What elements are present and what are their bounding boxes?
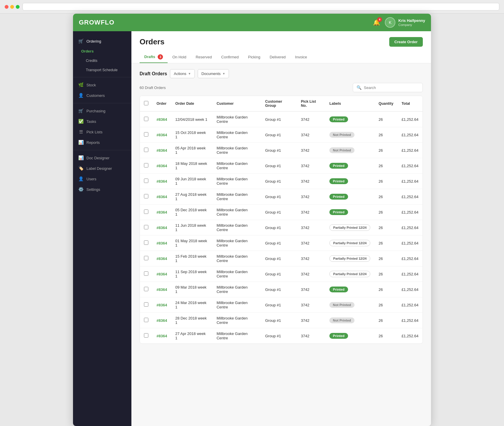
row-checkbox-4[interactable]: [144, 179, 148, 183]
notification-badge: 8: [377, 17, 382, 22]
sidebar-item-stock[interactable]: 🌿 Stock: [73, 80, 131, 90]
sidebar-item-tasks[interactable]: ✅ Tasks: [73, 116, 131, 127]
order-link-8[interactable]: #8364: [157, 241, 167, 245]
order-link-4[interactable]: #8364: [157, 179, 167, 184]
avatar: K: [385, 17, 395, 28]
user-info[interactable]: K Kris Halfpenny Company: [385, 17, 425, 28]
table-row: #8364 15 Feb 2018 week 1 Millbrooke Gard…: [140, 251, 423, 266]
row-checkbox-cell: [140, 174, 152, 189]
row-group: Group #1: [261, 205, 297, 220]
sidebar-item-label-tasks: Tasks: [86, 119, 96, 124]
row-label: Not Printed: [325, 297, 374, 313]
row-total: £1,252.64: [397, 266, 423, 282]
sidebar-item-reports[interactable]: 📊 Reports: [73, 137, 131, 148]
tab-reserved[interactable]: Reserved: [191, 52, 217, 63]
sidebar-item-credits[interactable]: Credits: [73, 56, 131, 65]
search-box[interactable]: 🔍: [353, 83, 423, 92]
top-nav: GROWFLO 🔔 8 K Kris Halfpenny Company: [73, 14, 431, 31]
row-checkbox-12[interactable]: [144, 302, 148, 307]
sidebar-item-orders[interactable]: Orders: [73, 46, 131, 56]
person-icon: 👤: [78, 93, 84, 98]
order-link-0[interactable]: #8364: [157, 117, 167, 122]
order-link-11[interactable]: #8364: [157, 287, 167, 292]
sidebar-item-doc-designer[interactable]: 📊 Doc Designer: [73, 153, 131, 163]
sidebar-item-ordering[interactable]: 🛒 Ordering: [73, 36, 131, 46]
order-link-14[interactable]: #8364: [157, 334, 167, 338]
sidebar-item-label-users: Users: [86, 177, 96, 181]
row-total: £1,252.64: [397, 282, 423, 297]
search-input[interactable]: [364, 85, 419, 90]
row-pick-list: 3742: [297, 220, 325, 235]
order-link-1[interactable]: #8364: [157, 133, 167, 137]
row-customer: Millbrooke Garden Centre: [213, 158, 261, 174]
row-checkbox-0[interactable]: [144, 117, 148, 121]
tab-invoice[interactable]: Invoice: [290, 52, 312, 63]
row-checkbox-14[interactable]: [144, 333, 148, 338]
sidebar-item-transport-schedule[interactable]: Transport Schedule: [73, 65, 131, 75]
sidebar-item-settings[interactable]: ⚙️ Settings: [73, 184, 131, 195]
tab-picking[interactable]: Picking: [244, 52, 265, 63]
browser-url-bar[interactable]: [22, 3, 499, 11]
order-link-13[interactable]: #8364: [157, 318, 167, 323]
row-checkbox-7[interactable]: [144, 225, 148, 229]
row-checkbox-cell: [140, 251, 152, 266]
order-link-3[interactable]: #8364: [157, 164, 167, 168]
tab-on-hold[interactable]: On Hold: [168, 52, 191, 63]
dot-red[interactable]: [5, 5, 8, 9]
order-link-10[interactable]: #8364: [157, 272, 167, 276]
row-checkbox-8[interactable]: [144, 240, 148, 245]
col-customer-group: Customer Group: [261, 96, 297, 111]
actions-dropdown[interactable]: Actions ▼: [170, 69, 195, 78]
order-link-2[interactable]: #8364: [157, 148, 167, 153]
order-link-12[interactable]: #8364: [157, 303, 167, 307]
order-link-6[interactable]: #8364: [157, 210, 167, 214]
draft-count: 60 Draft Orders: [140, 85, 166, 90]
select-all-checkbox[interactable]: [144, 101, 148, 105]
row-date: 11 Jun 2018 week 1: [171, 220, 213, 235]
row-customer: Millbrooke Garden Centre: [213, 189, 261, 205]
select-all-header: [140, 96, 152, 111]
sidebar-item-users[interactable]: 👤 Users: [73, 174, 131, 184]
row-checkbox-9[interactable]: [144, 256, 148, 260]
sidebar-item-label-reports: Reports: [86, 140, 100, 145]
dot-green[interactable]: [16, 5, 20, 9]
tab-delivered[interactable]: Delivered: [265, 52, 290, 63]
dot-yellow[interactable]: [10, 5, 14, 9]
row-order: #8364: [152, 251, 171, 266]
order-link-7[interactable]: #8364: [157, 226, 167, 230]
row-quantity: 26: [374, 282, 397, 297]
documents-dropdown[interactable]: Documents ▼: [198, 69, 229, 78]
order-link-9[interactable]: #8364: [157, 256, 167, 261]
row-quantity: 26: [374, 189, 397, 205]
row-group: Group #1: [261, 158, 297, 174]
row-checkbox-11[interactable]: [144, 287, 148, 291]
row-checkbox-13[interactable]: [144, 318, 148, 322]
row-group: Group #1: [261, 266, 297, 282]
row-checkbox-6[interactable]: [144, 209, 148, 214]
row-order: #8364: [152, 111, 171, 127]
sidebar-item-purchasing[interactable]: 🛒 Purchasing: [73, 106, 131, 116]
row-checkbox-5[interactable]: [144, 194, 148, 198]
row-quantity: 26: [374, 127, 397, 143]
table-row: #8364 15 Oct 2018 week 1 Millbrooke Gard…: [140, 127, 423, 143]
tab-drafts[interactable]: Drafts 3: [140, 51, 168, 63]
row-checkbox-3[interactable]: [144, 163, 148, 167]
row-checkbox-cell: [140, 235, 152, 251]
sidebar-item-label-designer[interactable]: 🏷️ Label Designer: [73, 163, 131, 174]
notification-bell[interactable]: 🔔 8: [373, 19, 380, 26]
row-customer: Millbrooke Garden Centre: [213, 251, 261, 266]
order-link-5[interactable]: #8364: [157, 195, 167, 199]
row-order: #8364: [152, 313, 171, 328]
sidebar-item-label-transport: Transport Schedule: [86, 68, 118, 72]
table-row: #8364 27 Aug 2018 week 1 Millbrooke Gard…: [140, 189, 423, 205]
row-checkbox-2[interactable]: [144, 148, 148, 152]
create-order-button[interactable]: Create Order: [389, 37, 423, 47]
tab-badge-drafts: 3: [158, 54, 163, 60]
row-checkbox-1[interactable]: [144, 132, 148, 137]
sidebar-item-pick-lists[interactable]: ☰ Pick Lists: [73, 127, 131, 137]
sidebar-item-label-credits: Credits: [86, 59, 98, 63]
row-pick-list: 3742: [297, 111, 325, 127]
tab-confirmed[interactable]: Confirmed: [217, 52, 244, 63]
sidebar-item-customers[interactable]: 👤 Customers: [73, 90, 131, 101]
row-checkbox-10[interactable]: [144, 271, 148, 276]
